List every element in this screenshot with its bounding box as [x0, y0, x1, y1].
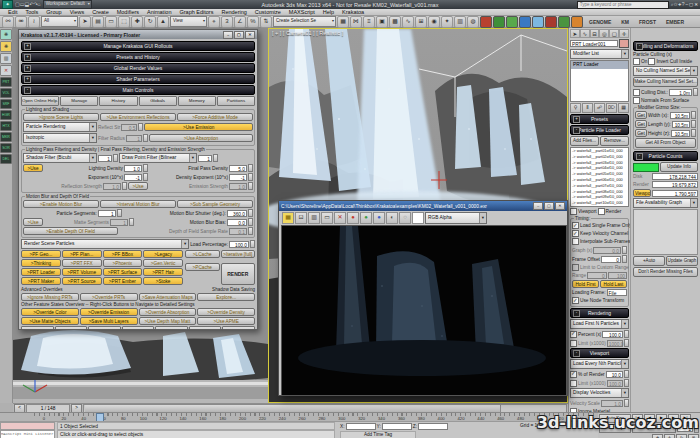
maximize-viewport-icon[interactable]: ⊞: [688, 434, 699, 438]
particle-source-toggle[interactable]: >PRT FFX: [62, 259, 102, 267]
viewport-count-button[interactable]: Viewport: [633, 189, 651, 197]
feature-override-button[interactable]: >Override Density: [197, 308, 255, 316]
menu-item[interactable]: Help: [319, 9, 338, 16]
spinner[interactable]: [248, 182, 253, 190]
particle-source-toggle[interactable]: >PF BBox: [103, 250, 143, 258]
particle-source-toggle[interactable]: >PRT Source: [62, 277, 102, 285]
node-transform-checkbox[interactable]: [572, 297, 579, 304]
menu-item[interactable]: Animation: [143, 9, 175, 16]
spinner[interactable]: [122, 182, 127, 190]
unlink-selection-icon[interactable]: ⚮: [15, 16, 27, 28]
expand-icon[interactable]: +: [573, 116, 580, 123]
motion-toggle-button[interactable]: >Enable Motion Blur: [23, 200, 99, 208]
show-end-result-icon[interactable]: Ⅱ: [582, 103, 593, 113]
rollout-header[interactable]: +Manage Krakatoa GUI Rollouts: [21, 41, 255, 51]
motion-tab-icon[interactable]: ◎: [599, 29, 609, 38]
particle-source-toggle[interactable]: >PRT Maker: [21, 277, 61, 285]
menu-item[interactable]: MAXScript: [285, 9, 319, 16]
named-selection-set-dropdown[interactable]: Create Selection Se: [273, 16, 336, 27]
particle-source-toggle[interactable]: >Phoenix: [103, 259, 143, 267]
preview-window-icon[interactable]: ▥: [0, 53, 12, 64]
expand-icon[interactable]: +: [24, 65, 31, 72]
z-coordinate-field[interactable]: [418, 423, 448, 430]
deadline-orange-icon[interactable]: [571, 16, 583, 28]
particle-counts-rollout[interactable]: -Particle Counts: [633, 151, 698, 161]
auto-button[interactable]: +Auto: [633, 256, 665, 266]
rectangular-region-icon[interactable]: ▭: [105, 16, 117, 28]
timing-checkbox[interactable]: [572, 238, 579, 245]
ember-red-icon[interactable]: [545, 16, 557, 28]
toggle-button[interactable]: >Ignore Scene Lights: [23, 113, 99, 121]
range-to-field[interactable]: 100: [608, 272, 627, 279]
update-info-button[interactable]: Update Info: [660, 162, 698, 172]
spinner[interactable]: [143, 164, 148, 172]
render-canvas[interactable]: [281, 225, 567, 396]
spinner[interactable]: [248, 164, 253, 172]
angle-snap-icon[interactable]: ∠: [234, 16, 246, 28]
edit-named-selections-icon[interactable]: ▦: [337, 16, 349, 28]
vp-percent-checkbox[interactable]: [570, 371, 577, 378]
rollout-header[interactable]: +Presets and History: [21, 52, 255, 62]
krakatoa-nav-tab[interactable]: Manage: [60, 96, 98, 106]
add-files-button[interactable]: Add Files...: [570, 136, 599, 146]
prt-shelf-icon[interactable]: HTX: [0, 121, 12, 131]
shadow-filter-size-field[interactable]: 1: [98, 155, 112, 162]
green-channel-icon[interactable]: ●: [360, 212, 372, 224]
close-icon[interactable]: ✕: [694, 2, 698, 7]
viewport-label[interactable]: [ + ] [ Camera01 ] [ Realistic ]: [272, 30, 343, 36]
use-lighting-button[interactable]: >Use: [23, 164, 43, 172]
vp-limit-checkbox[interactable]: [570, 380, 577, 387]
red-channel-icon[interactable]: ●: [347, 212, 359, 224]
monochrome-channel-icon[interactable]: ◐: [386, 212, 398, 224]
particle-source-toggle[interactable]: >Legacy: [143, 250, 183, 258]
reflect-strength-field[interactable]: 0.5: [121, 124, 137, 131]
pin-stack-icon[interactable]: ⚲: [570, 103, 581, 113]
culling-rollout[interactable]: -Culling and Deformations: [633, 41, 698, 51]
gizmo-size-field[interactable]: 10.5m: [672, 121, 690, 128]
normals-checkbox[interactable]: [633, 97, 640, 104]
krakatoa-bottom-tab[interactable]: PD Viewer: [55, 326, 88, 329]
menu-item[interactable]: Rendering: [217, 9, 250, 16]
zoom-extents-icon[interactable]: ⊕: [652, 434, 663, 438]
gizmo-size-field[interactable]: 10.5m: [671, 130, 690, 137]
snap-toggle-3d-icon[interactable]: 3: [221, 16, 233, 28]
krakatoa-green-icon[interactable]: [493, 16, 505, 28]
clone-window-icon[interactable]: ⊡: [295, 212, 307, 224]
load-percentage-field[interactable]: 100.0: [229, 241, 249, 248]
presets-rollout[interactable]: +Presets: [570, 114, 629, 124]
render-load-mode-dropdown[interactable]: Load First N Particles: [570, 319, 629, 329]
rendered-frame-window-icon[interactable]: ▥: [454, 16, 466, 28]
rendered-frame-window[interactable]: C:\Users\Shoreline\AppData\Local\Thinkbo…: [278, 200, 568, 396]
hierarchy-tab-icon[interactable]: ⊟: [590, 29, 600, 38]
krakatoa-gui-icon[interactable]: ❋: [0, 29, 12, 40]
spinner[interactable]: [143, 134, 148, 142]
schematic-view-icon[interactable]: ⊞: [415, 16, 427, 28]
spinner[interactable]: [143, 173, 148, 181]
krakatoa-active-icon[interactable]: ❋: [0, 41, 12, 52]
expand-icon[interactable]: +: [24, 76, 31, 83]
maxscript-listener-pink[interactable]: [0, 422, 55, 430]
feature-override-button[interactable]: >Override Absorption: [139, 308, 197, 316]
ribbon-toggle-icon[interactable]: ▩: [389, 16, 401, 28]
particle-source-toggle[interactable]: >PRT Ember: [103, 277, 143, 285]
krakatoa-bottom-tab[interactable]: PRT Scan: [88, 326, 121, 329]
particle-source-toggle[interactable]: >Stoke: [143, 277, 183, 285]
feature-override-button[interactable]: >Use APME: [197, 317, 255, 325]
culling-selset-dropdown[interactable]: No Culling Named Sel Set: [633, 66, 698, 76]
krakatoa-bottom-tab[interactable]: Explorers: [122, 326, 155, 329]
spinner[interactable]: [129, 218, 134, 226]
plugin-toolbar-label[interactable]: FROST: [639, 19, 656, 25]
final-density-field[interactable]: 5.0: [229, 165, 247, 172]
spinner[interactable]: [624, 370, 629, 378]
window-control-icon[interactable]: ▢: [234, 31, 244, 39]
select-object-icon[interactable]: ➤: [79, 16, 91, 28]
genome-icon[interactable]: [506, 16, 518, 28]
dof-rate-field[interactable]: 0.1: [229, 228, 247, 235]
collapse-icon[interactable]: -: [573, 310, 580, 317]
menu-item[interactable]: Create: [88, 9, 113, 16]
feature-override-button[interactable]: >Override Emission: [80, 308, 138, 316]
layer-manager-icon[interactable]: ▣: [376, 16, 388, 28]
maxscript-mini-listener[interactable]: MAXScript Mini Listener: [0, 430, 55, 438]
expand-icon[interactable]: +: [24, 43, 31, 50]
collapse-icon[interactable]: -: [573, 350, 580, 357]
